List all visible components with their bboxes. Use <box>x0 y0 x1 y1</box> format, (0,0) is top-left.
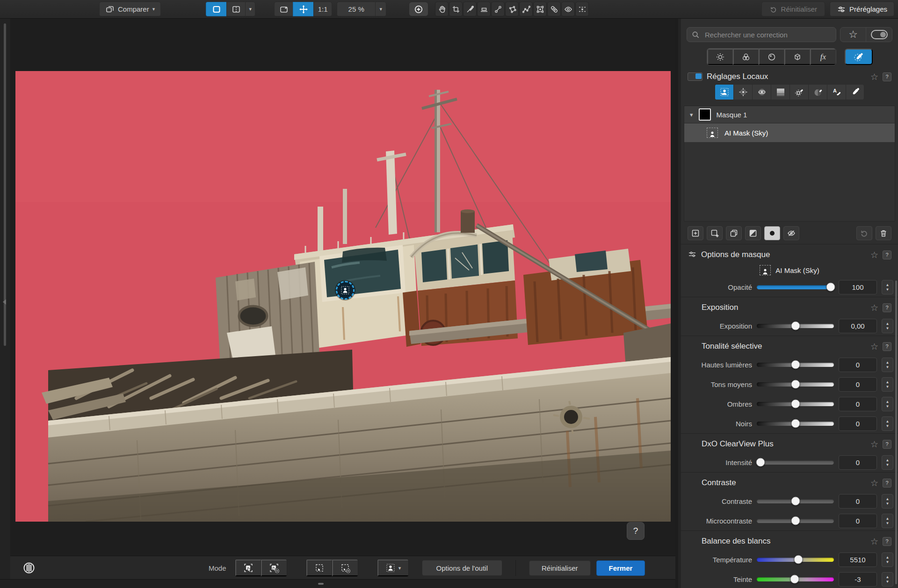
opacity-stepper[interactable]: ▲ ▼ <box>882 280 893 294</box>
zoom-value-button[interactable]: 25 % <box>337 2 375 16</box>
help-icon[interactable]: ? <box>883 303 891 312</box>
slider-thumb[interactable] <box>756 458 765 467</box>
move-tool-button[interactable] <box>293 2 313 16</box>
slider-thumb[interactable] <box>791 380 800 389</box>
help-icon[interactable]: ? <box>883 537 891 546</box>
single-view-button[interactable] <box>206 2 226 16</box>
compare-button[interactable]: Comparer ▾ <box>99 2 161 16</box>
help-icon[interactable]: ? <box>883 440 891 449</box>
hide-masks-button[interactable] <box>783 226 799 240</box>
collapse-left-panel-icon[interactable] <box>3 299 6 305</box>
search-input[interactable] <box>704 30 831 39</box>
help-icon[interactable]: ? <box>883 479 891 488</box>
slider-stepper[interactable]: ▲ ▼ <box>882 319 893 333</box>
slider-track[interactable] <box>757 422 834 426</box>
help-button[interactable]: ? <box>627 522 645 540</box>
mask-undo-button[interactable] <box>856 226 872 240</box>
local-adjustments-tool-button[interactable] <box>575 2 589 16</box>
help-icon[interactable]: ? <box>883 72 891 81</box>
luminosity-mask-tool-button[interactable] <box>789 84 808 100</box>
slider-thumb[interactable] <box>791 360 800 369</box>
show-mask-overlay-button[interactable] <box>764 226 780 240</box>
favorites-star-button[interactable]: ☆ <box>840 28 866 42</box>
star-icon[interactable]: ☆ <box>870 537 878 546</box>
slider-track[interactable] <box>757 499 834 503</box>
search-correction-field[interactable] <box>687 27 836 42</box>
slider-value[interactable]: 0 <box>839 397 877 411</box>
star-icon[interactable]: ☆ <box>870 440 878 449</box>
slider-stepper[interactable]: ▲ ▼ <box>882 572 893 587</box>
add-to-mask-button[interactable] <box>707 226 723 240</box>
slider-value[interactable]: 0 <box>839 455 877 470</box>
color-mask-tool-button[interactable] <box>808 84 827 100</box>
brush-tool-button[interactable] <box>846 84 864 100</box>
slider-thumb[interactable] <box>791 400 800 409</box>
slider-value[interactable]: 0 <box>839 514 877 528</box>
mode-deselect-mask-button[interactable] <box>332 559 358 576</box>
split-view-button[interactable] <box>226 2 245 16</box>
mode-new-mask-button[interactable] <box>235 559 261 576</box>
mask-group-row[interactable]: ▾ Masque 1 <box>684 106 895 123</box>
presets-button[interactable]: Préréglages <box>830 2 894 16</box>
slider-stepper[interactable]: ▲ ▼ <box>882 397 893 411</box>
slider-stepper[interactable]: ▲ ▼ <box>882 552 893 567</box>
slider-stepper[interactable]: ▲ ▼ <box>882 494 893 509</box>
hand-tool-button[interactable] <box>435 2 449 16</box>
slider-thumb[interactable] <box>794 555 803 564</box>
control-point-tool-button[interactable] <box>733 84 752 100</box>
slider-track[interactable] <box>757 558 834 562</box>
tool-options-button[interactable]: Options de l'outil <box>422 560 502 576</box>
slider-value[interactable]: 0 <box>839 377 877 392</box>
slider-thumb[interactable] <box>791 419 800 428</box>
slider-stepper[interactable]: ▲ ▼ <box>882 358 893 372</box>
slider-thumb[interactable] <box>826 283 835 292</box>
fit-screen-button[interactable] <box>274 2 293 16</box>
help-icon[interactable]: ? <box>883 251 891 259</box>
zoom-in-button[interactable] <box>409 2 428 16</box>
polyline-tool-button[interactable] <box>519 2 533 16</box>
crop-tool-button[interactable] <box>449 2 463 16</box>
tab-effects[interactable]: fx <box>810 49 836 65</box>
slider-thumb[interactable] <box>791 516 800 525</box>
opacity-slider-track[interactable] <box>757 285 834 289</box>
slider-thumb[interactable] <box>790 575 799 584</box>
star-icon[interactable]: ☆ <box>870 342 878 351</box>
slider-value[interactable]: 0 <box>839 358 877 372</box>
slider-value[interactable]: 5510 <box>839 552 877 567</box>
slider-stepper[interactable]: ▲ ▼ <box>882 377 893 392</box>
upoint-line-tool-button[interactable] <box>491 2 505 16</box>
eyedropper-tool-button[interactable] <box>463 2 477 16</box>
control-sphere-tool-button[interactable] <box>752 84 771 100</box>
toolbar-reset-button[interactable]: Réinitialiser <box>761 2 826 16</box>
tool-reset-button[interactable]: Réinitialiser <box>529 560 591 576</box>
active-corrections-toggle[interactable] <box>866 28 892 42</box>
slider-value[interactable]: 0 <box>839 494 877 509</box>
repair-tool-button[interactable] <box>547 2 561 16</box>
slider-stepper[interactable]: ▲ ▼ <box>882 416 893 431</box>
mode-select-mask-button[interactable] <box>306 559 332 576</box>
mask-item-row-selected[interactable]: AI Mask (Sky) <box>684 123 895 142</box>
slider-thumb[interactable] <box>791 497 800 506</box>
mode-subtract-mask-button[interactable] <box>261 559 287 576</box>
view-mode-menu-button[interactable]: ▾ <box>245 2 255 16</box>
slider-value[interactable]: 0,00 <box>839 319 877 333</box>
delete-mask-button[interactable] <box>876 226 891 240</box>
new-mask-button[interactable] <box>688 226 703 240</box>
horizon-tool-button[interactable] <box>477 2 491 16</box>
duplicate-mask-button[interactable] <box>726 226 742 240</box>
slider-track[interactable] <box>757 382 834 387</box>
tab-detail[interactable] <box>759 49 784 65</box>
mask-type-button[interactable]: ▾ <box>377 559 408 576</box>
zoom-menu-button[interactable]: ▾ <box>375 2 386 16</box>
slider-stepper[interactable]: ▲ ▼ <box>882 514 893 528</box>
star-icon[interactable]: ☆ <box>870 251 878 259</box>
slider-track[interactable] <box>757 577 834 581</box>
invert-mask-button[interactable] <box>745 226 761 240</box>
preview-eye-button[interactable] <box>561 2 575 16</box>
graduated-filter-tool-button[interactable] <box>771 84 789 100</box>
polygon-tool-button[interactable] <box>505 2 519 16</box>
star-icon[interactable]: ☆ <box>870 479 878 488</box>
ai-mask-control-point[interactable] <box>336 281 355 300</box>
help-icon[interactable]: ? <box>883 342 891 351</box>
star-icon[interactable]: ☆ <box>870 72 878 81</box>
